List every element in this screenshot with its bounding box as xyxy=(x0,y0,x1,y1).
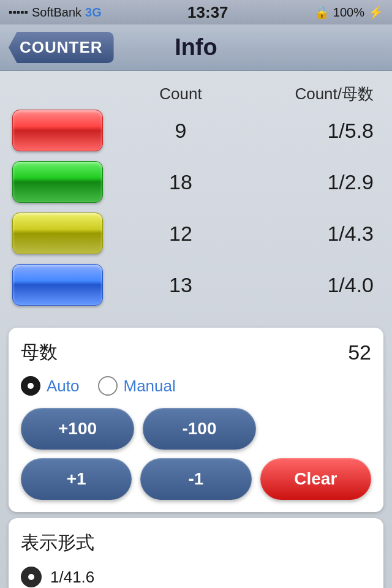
minus100-button[interactable]: -100 xyxy=(143,408,256,450)
format-option-0[interactable]: 1/41.6 xyxy=(21,567,371,587)
yellow-count: 12 xyxy=(116,222,245,246)
format-label: 表示形式 xyxy=(21,530,371,556)
table-header: Count Count/母数 xyxy=(12,83,380,105)
nav-bar: COUNTER Info xyxy=(0,24,392,71)
minus1-button[interactable]: -1 xyxy=(140,458,251,500)
status-left: ▪▪▪▪▪ SoftBank 3G xyxy=(9,6,102,20)
carrier-label: SoftBank xyxy=(32,6,81,20)
auto-label: Auto xyxy=(47,377,80,396)
green-ratio: 1/2.9 xyxy=(245,170,380,194)
auto-option[interactable]: Auto xyxy=(21,376,80,396)
status-bar: ▪▪▪▪▪ SoftBank 3G 13:37 🔒 100% ⚡ xyxy=(0,0,392,24)
main-content: Count Count/母数 9 1/5.8 18 1/2.9 12 1/4.3… xyxy=(0,71,392,588)
counter-button[interactable]: COUNTER xyxy=(9,32,114,63)
mother-count-card: 母数 52 Auto Manual +100 -100 +1 -1 Clear xyxy=(9,328,383,512)
clear-button[interactable]: Clear xyxy=(260,458,371,500)
plus1-button[interactable]: +1 xyxy=(21,458,132,500)
mother-card-header: 母数 52 xyxy=(21,340,371,365)
data-table: Count Count/母数 9 1/5.8 18 1/2.9 12 1/4.3… xyxy=(0,71,392,322)
table-row: 18 1/2.9 xyxy=(12,161,380,203)
format-radio-0[interactable] xyxy=(21,567,42,587)
manual-label: Manual xyxy=(124,377,176,396)
battery-label: 100% xyxy=(333,6,364,20)
col-count-header: Count xyxy=(116,85,245,104)
red-counter-button[interactable] xyxy=(12,110,103,151)
status-right: 🔒 100% ⚡ xyxy=(314,5,383,20)
stepper-row-100: +100 -100 xyxy=(21,408,371,450)
col-ratio-header: Count/母数 xyxy=(245,83,380,105)
format-card: 表示形式 1/41.6 24.3% 0.325 xyxy=(9,518,383,588)
lock-icon: 🔒 xyxy=(314,5,330,20)
time-label: 13:37 xyxy=(187,3,228,22)
plus100-button[interactable]: +100 xyxy=(21,408,134,450)
auto-radio[interactable] xyxy=(21,376,40,396)
blue-ratio: 1/4.0 xyxy=(245,273,380,297)
yellow-counter-button[interactable] xyxy=(12,213,103,254)
battery-icon: ⚡ xyxy=(368,5,383,20)
green-counter-button[interactable] xyxy=(12,161,103,203)
page-title: Info xyxy=(175,34,217,61)
manual-radio[interactable] xyxy=(98,376,118,396)
mother-value: 52 xyxy=(348,341,371,364)
blue-counter-button[interactable] xyxy=(12,264,103,306)
blue-count: 13 xyxy=(116,273,245,297)
table-row: 9 1/5.8 xyxy=(12,110,380,151)
network-label: 3G xyxy=(85,6,102,20)
red-count: 9 xyxy=(116,119,245,143)
red-ratio: 1/5.8 xyxy=(245,119,380,143)
manual-option[interactable]: Manual xyxy=(98,376,176,396)
stepper-row-1: +1 -1 Clear xyxy=(21,458,371,500)
auto-manual-group: Auto Manual xyxy=(21,376,371,396)
format-value-0: 1/41.6 xyxy=(50,568,94,587)
signal-icon: ▪▪▪▪▪ xyxy=(9,6,28,19)
mother-label: 母数 xyxy=(21,340,58,365)
yellow-ratio: 1/4.3 xyxy=(245,222,380,246)
table-row: 12 1/4.3 xyxy=(12,213,380,254)
table-row: 13 1/4.0 xyxy=(12,264,380,306)
green-count: 18 xyxy=(116,170,245,194)
